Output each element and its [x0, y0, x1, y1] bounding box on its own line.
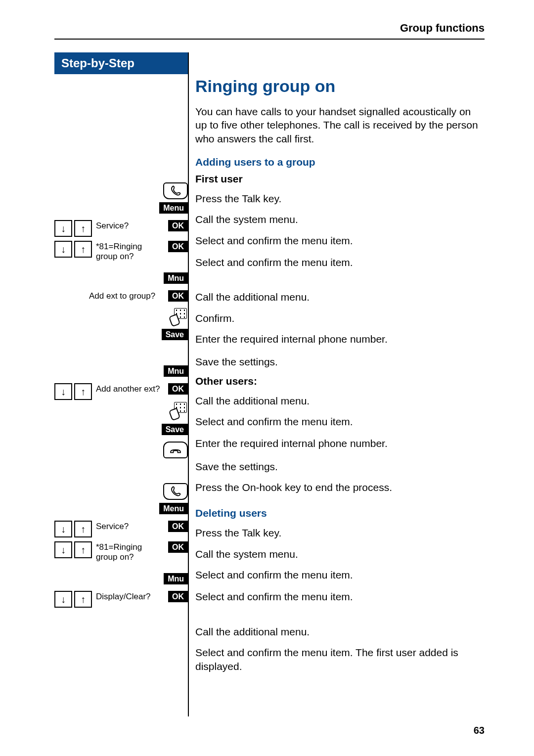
keypad-row	[54, 308, 188, 324]
talk-key-icon	[163, 483, 188, 500]
down-arrow-icon	[54, 383, 72, 400]
breadcrumb: Group functions	[400, 22, 485, 35]
ok-button: OK	[168, 383, 188, 395]
display-clear-row: Display/Clear? OK	[54, 591, 188, 608]
talk-key-row-2	[54, 483, 188, 500]
mnu-button: Mnu	[164, 365, 188, 377]
step-press-talk-2: Press the Talk key.	[195, 524, 485, 542]
mnu-button: Mnu	[164, 272, 188, 284]
right-column: Ringing group on You can have calls to y…	[195, 72, 485, 716]
up-arrow-icon	[74, 383, 92, 400]
down-arrow-icon	[54, 541, 72, 558]
step-call-system-menu-2: Call the system menu.	[195, 545, 485, 563]
step-confirm: Confirm.	[195, 310, 485, 327]
keypad-icon	[170, 402, 188, 418]
ok-button: OK	[168, 541, 188, 553]
page-number: 63	[474, 725, 485, 736]
talk-key-icon	[163, 182, 188, 199]
step-press-onhook: Press the On-hook key to end the process…	[195, 479, 485, 496]
menu-button-row-2: Menu	[54, 503, 188, 514]
ok-button: OK	[168, 241, 188, 252]
step-call-system-menu: Call the system menu.	[195, 211, 485, 228]
adding-users-heading: Adding users to a group	[195, 156, 485, 168]
ok-button: OK	[168, 521, 188, 532]
manual-page: Group functions Step-by-Step Menu Servic…	[0, 0, 534, 756]
save-button: Save	[162, 424, 188, 435]
up-arrow-icon	[74, 541, 92, 558]
step-by-step-header: Step-by-Step	[54, 52, 188, 74]
ok-button: OK	[168, 290, 188, 302]
step-select-confirm-first: Select and confirm the menu item. The fi…	[195, 644, 485, 676]
down-arrow-icon	[54, 521, 72, 537]
service-prompt: Service?	[94, 521, 166, 532]
step-save-1: Save the settings.	[195, 353, 485, 371]
ok-button: OK	[168, 220, 188, 231]
step-select-confirm-3: Select and confirm the menu item.	[195, 413, 485, 431]
page-title: Ringing group on	[195, 77, 485, 96]
step-select-confirm-4: Select and confirm the menu item.	[195, 566, 485, 584]
service-row-2: Service? OK	[54, 521, 188, 537]
up-arrow-icon	[74, 591, 92, 608]
step-call-additional-2: Call the additional menu.	[195, 392, 485, 410]
up-arrow-icon	[74, 241, 92, 258]
mnu-button-row-2: Mnu	[54, 365, 188, 377]
step-call-additional-1: Call the additional menu.	[195, 288, 485, 306]
step-select-confirm-2: Select and confirm the menu item.	[195, 254, 485, 271]
keypad-row-2	[54, 402, 188, 418]
mnu-button-row-3: Mnu	[54, 573, 188, 584]
onhook-key-row	[54, 442, 188, 458]
add-ext-row: Add ext to group? OK	[54, 290, 188, 302]
save-button-row: Save	[54, 329, 188, 340]
keypad-icon	[170, 308, 188, 324]
up-arrow-icon	[74, 220, 92, 237]
ringing-group-prompt: *81=Ringing group on?	[94, 241, 166, 262]
down-arrow-icon	[54, 220, 72, 237]
down-arrow-icon	[54, 241, 72, 258]
add-ext-prompt: Add ext to group?	[54, 290, 166, 301]
save-button: Save	[162, 329, 188, 340]
step-call-additional-3: Call the additional menu.	[195, 623, 485, 641]
display-clear-prompt: Display/Clear?	[94, 591, 166, 602]
service-prompt: Service?	[94, 220, 166, 231]
menu-button: Menu	[159, 202, 188, 214]
step-enter-number-1: Enter the required internal phone number…	[195, 330, 485, 348]
header-divider	[54, 39, 485, 40]
step-select-confirm-5: Select and confirm the menu item.	[195, 588, 485, 606]
add-another-row: Add another ext? OK	[54, 383, 188, 400]
intro-text: You can have calls to your handset signa…	[195, 105, 485, 145]
ringing-group-row-2: *81=Ringing group on? OK	[54, 541, 188, 563]
step-select-confirm-1: Select and confirm the menu item.	[195, 232, 485, 250]
deleting-users-heading: Deleting users	[195, 507, 485, 519]
onhook-key-icon	[163, 442, 188, 458]
mnu-button-row: Mnu	[54, 272, 188, 284]
service-row: Service? OK	[54, 220, 188, 237]
down-arrow-icon	[54, 591, 72, 608]
menu-button: Menu	[159, 503, 188, 514]
add-another-prompt: Add another ext?	[94, 383, 166, 394]
up-arrow-icon	[74, 521, 92, 537]
save-button-row-2: Save	[54, 424, 188, 435]
talk-key-row	[54, 182, 188, 199]
step-save-2: Save the settings.	[195, 458, 485, 476]
menu-button-row: Menu	[54, 202, 188, 214]
mnu-button: Mnu	[164, 573, 188, 584]
left-column: Menu Service? OK *81=Ringing group on? O…	[54, 72, 188, 716]
other-users-label: Other users:	[195, 375, 485, 387]
ringing-group-prompt: *81=Ringing group on?	[94, 541, 166, 563]
ok-button: OK	[168, 591, 188, 602]
step-press-talk: Press the Talk key.	[195, 190, 485, 208]
column-divider	[188, 52, 189, 716]
first-user-label: First user	[195, 173, 485, 185]
ringing-group-row: *81=Ringing group on? OK	[54, 241, 188, 262]
step-enter-number-2: Enter the required internal phone number…	[195, 435, 485, 452]
